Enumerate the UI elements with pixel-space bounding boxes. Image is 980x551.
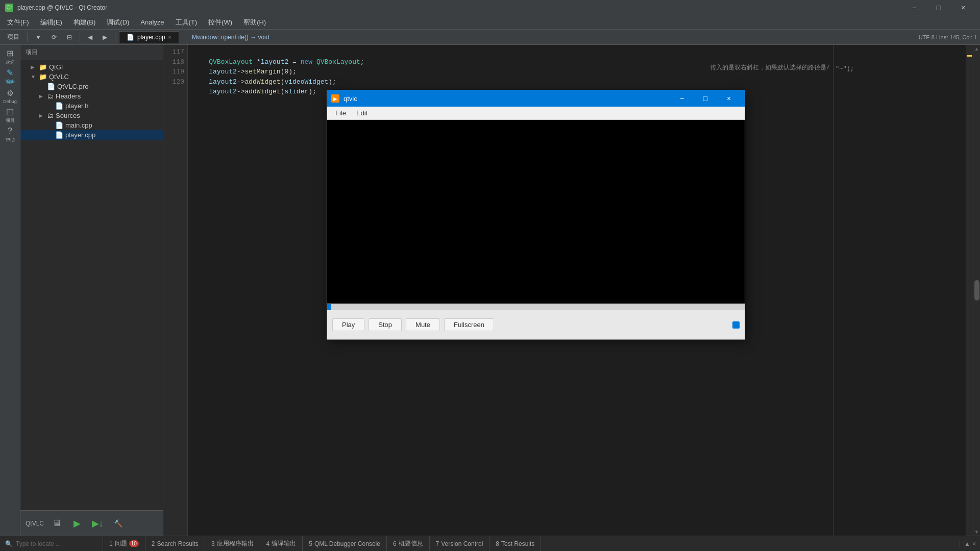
menu-tools[interactable]: 工具(T): [170, 17, 203, 28]
player-h-file-icon: 📄: [55, 102, 63, 110]
sidebar-item-help[interactable]: ? 帮助: [1, 126, 19, 144]
project-panel: 项目 ▶ 📁 QtGI ▼ 📁 QtVLC 📄 QtVLC.pro: [20, 45, 163, 536]
tree-item-qtgi[interactable]: ▶ 📁 QtGI: [20, 62, 163, 72]
search-input[interactable]: [16, 540, 97, 547]
scroll-up-arrow[interactable]: ▲: [974, 46, 979, 52]
breadcrumb: Mwindow::openFile() → void: [182, 34, 917, 41]
menu-build[interactable]: 构建(B): [68, 17, 101, 28]
tree-item-qtvlc[interactable]: ▼ 📁 QtVLC: [20, 72, 163, 82]
menu-help[interactable]: 帮助(H): [238, 17, 271, 28]
search-results-label: Search Results: [157, 540, 199, 547]
bottom-expand-btn[interactable]: ▲: [964, 540, 970, 547]
menu-analyze[interactable]: Analyze: [135, 17, 169, 27]
qtvlc-minimize-btn[interactable]: −: [670, 90, 694, 107]
bottom-tab-overview[interactable]: 6 概要信息: [387, 536, 430, 551]
bottom-tab-app-output[interactable]: 3 应用程序输出: [205, 536, 260, 551]
main-cpp-file-icon: 📄: [55, 121, 63, 129]
editor-area: 117 118 119 120 QVBoxLayout *layout2 = n…: [163, 45, 973, 536]
project-icon-label: 项目: [6, 117, 15, 124]
bottom-tab-qml-debugger[interactable]: 5 QML Debugger Console: [303, 536, 387, 551]
toolbar-nav-fwd[interactable]: ▶: [99, 33, 111, 42]
scroll-thumb[interactable]: [974, 280, 979, 300]
menu-file[interactable]: 文件(F): [2, 17, 34, 28]
test-results-label: Test Results: [501, 540, 534, 547]
qtvlc-progress-bar[interactable]: [327, 304, 745, 310]
volume-indicator: [732, 321, 740, 329]
close-button[interactable]: ×: [951, 2, 975, 14]
qtvlc-maximize-btn[interactable]: □: [694, 90, 717, 107]
right-comment-panel: "~");: [833, 45, 966, 536]
sidebar-item-welcome[interactable]: ⊞ 欢迎: [1, 48, 19, 66]
menu-debug[interactable]: 调试(D): [102, 17, 134, 28]
qtvlc-window-controls: − □ ×: [670, 90, 741, 107]
minimize-button[interactable]: −: [902, 2, 926, 14]
debug-run-button[interactable]: ▶↓: [90, 516, 105, 531]
app-output-num: 3: [211, 540, 215, 547]
sidebar-item-edit[interactable]: ✎ 编辑: [1, 67, 19, 86]
tree-item-headers[interactable]: ▶ 🗂 Headers: [20, 91, 163, 101]
qtvlc-window[interactable]: ▶ qtvlc − □ × File Edit Play Stop: [327, 90, 745, 340]
qtvlc-buttons: Play Stop Mute Fullscreen: [327, 310, 745, 339]
qtvlc-titlebar: ▶ qtvlc − □ ×: [327, 90, 745, 107]
tree-item-qtvlc-pro[interactable]: 📄 QtVLC.pro: [20, 82, 163, 91]
toolbar-project-label: 项目: [3, 32, 23, 42]
menu-controls[interactable]: 控件(W): [203, 17, 237, 28]
tree-item-sources[interactable]: ▶ 🗂 Sources: [20, 111, 163, 120]
headers-label: Headers: [56, 92, 81, 100]
help-label: 帮助: [6, 137, 15, 143]
bottom-tab-compile-output[interactable]: 4 编译输出: [260, 536, 303, 551]
line-num-117: 117: [163, 47, 184, 57]
line-num-118: 118: [163, 57, 184, 67]
bottom-close-panel-btn[interactable]: ×: [972, 540, 976, 547]
sidebar-item-project[interactable]: ◫ 项目: [1, 106, 19, 124]
left-sidebar: ⊞ 欢迎 ✎ 编辑 ⚙ Debug ◫ 项目 ? 帮助: [0, 45, 20, 536]
qtvlc-pro-file-icon: 📄: [47, 83, 55, 90]
qtvlc-mute-button[interactable]: Mute: [406, 318, 440, 331]
margin-mark-1: [967, 55, 972, 57]
bottom-tab-issues[interactable]: 1 问题 10: [103, 536, 145, 551]
welcome-label: 欢迎: [6, 59, 15, 66]
editor-tab-player-cpp[interactable]: 📄 player.cpp ×: [119, 31, 179, 43]
qml-debugger-num: 5: [309, 540, 312, 547]
menu-edit[interactable]: 编辑(E): [35, 17, 67, 28]
search-results-num: 2: [152, 540, 155, 547]
qtvlc-play-button[interactable]: Play: [332, 318, 364, 331]
tree-item-player-cpp[interactable]: 📄 player.cpp: [20, 130, 163, 140]
qtvlc-app-icon: ▶: [331, 94, 339, 103]
bottom-tab-version-control[interactable]: 7 Version Control: [430, 536, 490, 551]
toolbar: 项目 ▼ ⟳ ⊟ ◀ ▶ 📄 player.cpp × Mwindow::ope…: [0, 30, 980, 45]
welcome-icon: ⊞: [7, 48, 13, 58]
toolbar-collapse-btn[interactable]: ⊟: [63, 33, 76, 42]
tree-item-main-cpp[interactable]: 📄 main.cpp: [20, 120, 163, 130]
build-button[interactable]: 🔨: [110, 516, 126, 531]
kit-label: QtVLC: [26, 520, 44, 527]
scroll-down-arrow[interactable]: ▼: [974, 529, 979, 535]
qtgi-label: QtGI: [49, 63, 63, 71]
qtvlc-stop-button[interactable]: Stop: [369, 318, 402, 331]
qtvlc-window-title: qtvlc: [344, 95, 666, 103]
right-margin-scrollbar[interactable]: [966, 45, 973, 536]
search-icon: 🔍: [5, 540, 13, 547]
bottom-tab-test-results[interactable]: 8 Test Results: [489, 536, 541, 551]
toolbar-filter-btn[interactable]: ▼: [31, 33, 45, 42]
device-icon[interactable]: 🖥: [49, 516, 64, 531]
qtvlc-close-btn[interactable]: ×: [717, 90, 741, 107]
bottom-tab-search-results[interactable]: 2 Search Results: [145, 536, 205, 551]
maximize-button[interactable]: □: [927, 2, 950, 14]
qtvlc-label: QtVLC: [49, 73, 69, 81]
player-cpp-expand: [47, 132, 53, 138]
sidebar-item-debug[interactable]: ⚙ Debug: [1, 87, 19, 105]
toolbar-sync-btn[interactable]: ⟳: [47, 33, 61, 42]
qtvlc-fullscreen-button[interactable]: Fullscreen: [444, 318, 494, 331]
code-line-117: QVBoxLayout *layout2 = new QVBoxLayout;: [193, 58, 364, 66]
sources-label: Sources: [56, 112, 80, 119]
qtvlc-menu-edit[interactable]: Edit: [351, 108, 373, 118]
tab-close-icon[interactable]: ×: [168, 34, 172, 40]
qtvlc-controls: Play Stop Mute Fullscreen: [327, 304, 745, 339]
vertical-scrollbar[interactable]: ▲ ▼: [973, 45, 980, 536]
qtvlc-menu-file[interactable]: File: [330, 108, 351, 118]
run-button[interactable]: ▶: [69, 516, 85, 531]
tree-item-player-h[interactable]: 📄 player.h: [20, 101, 163, 111]
compile-output-label: 编译输出: [272, 539, 296, 548]
toolbar-nav-back[interactable]: ◀: [84, 33, 96, 42]
